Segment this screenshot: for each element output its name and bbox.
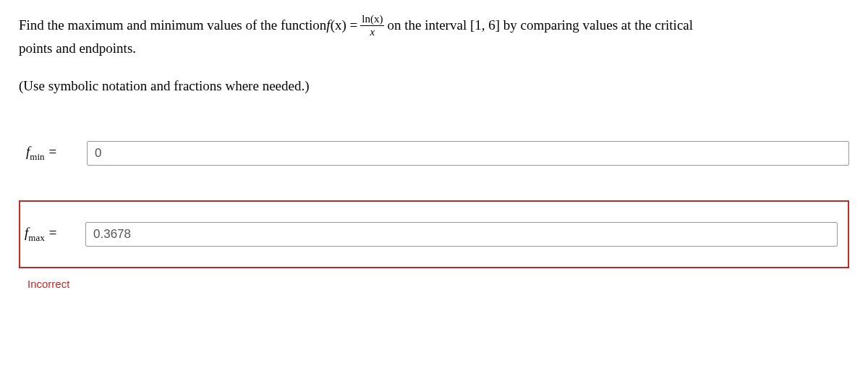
fmin-input[interactable]	[87, 141, 849, 166]
fmin-row: fmin =	[26, 141, 849, 166]
incorrect-feedback: Incorrect	[27, 276, 849, 293]
fraction: ln(x) x	[360, 13, 384, 38]
fraction-numerator: ln(x)	[360, 13, 384, 26]
fmin-label: fmin =	[26, 141, 77, 165]
fmax-row: fmax =	[19, 200, 849, 268]
hint-text: (Use symbolic notation and fractions whe…	[19, 75, 849, 97]
question-prompt: Find the maximum and minimum values of t…	[19, 13, 849, 59]
fmax-input[interactable]	[85, 222, 838, 247]
function-paren-x: (x) =	[331, 14, 358, 36]
fmax-label-sub: max	[28, 232, 44, 243]
prompt-text-3: points and endpoints.	[19, 38, 849, 59]
fmin-label-eq: =	[45, 144, 58, 159]
fmax-label-eq: =	[45, 225, 58, 240]
fmax-label: fmax =	[25, 222, 75, 246]
prompt-text-2: on the interval [1, 6] by comparing valu…	[387, 14, 693, 36]
fraction-denominator: x	[369, 26, 377, 38]
fmin-label-sub: min	[30, 151, 44, 162]
prompt-text-1: Find the maximum and minimum values of t…	[19, 14, 326, 36]
